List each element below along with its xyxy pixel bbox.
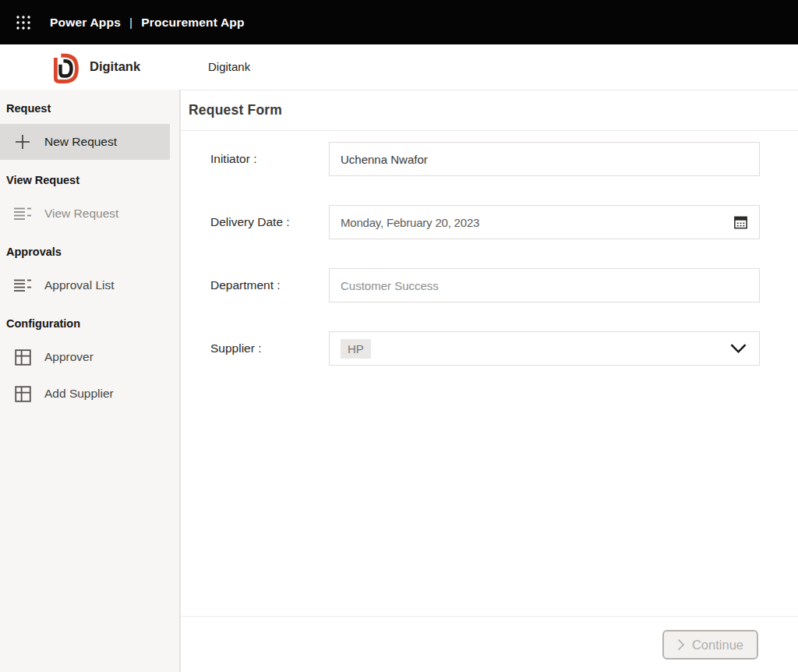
department-input[interactable]: Customer Success [329, 268, 760, 302]
request-form-panel: Request Form Initiator : Uchenna Nwafor … [181, 90, 798, 672]
sidebar-item-view-request[interactable]: View Request [0, 196, 170, 232]
sidebar-item-label: Add Supplier [44, 387, 114, 401]
delivery-date-row: Delivery Date : Monday, February 20, 202… [210, 205, 760, 239]
sidebar-item-label: Approver [44, 350, 94, 364]
form-empty-space [181, 394, 798, 616]
continue-button[interactable]: Continue [662, 630, 758, 660]
list-icon [13, 278, 32, 293]
nav-section-approvals: Approvals [0, 241, 179, 267]
supplier-row: Supplier : HP [210, 331, 760, 366]
sidebar-item-label: Approval List [44, 278, 115, 292]
form-footer: Continue [181, 616, 798, 660]
supplier-label: Supplier : [210, 341, 329, 355]
table-icon [13, 349, 32, 366]
supplier-combobox[interactable]: HP [329, 331, 760, 366]
sidebar-item-new-request[interactable]: New Request [0, 124, 170, 160]
department-label: Department : [210, 278, 329, 292]
calendar-icon[interactable] [733, 214, 749, 231]
sidebar-item-add-supplier[interactable]: Add Supplier [0, 376, 170, 412]
supplier-selected-chip[interactable]: HP [341, 339, 371, 359]
content-area: Request New Request View Request Vi [0, 90, 798, 672]
continue-button-label: Continue [692, 638, 743, 653]
powerapps-header-bar: Power Apps | Procurement App [0, 0, 798, 44]
department-row: Department : Customer Success [210, 268, 760, 302]
title-separator: | [129, 16, 132, 30]
department-value: Customer Success [341, 279, 439, 292]
waffle-menu-icon[interactable] [13, 12, 34, 33]
chevron-down-icon[interactable] [730, 344, 747, 354]
topbar-title: Power Apps | Procurement App [50, 16, 245, 30]
nav-section-view-request: View Request [0, 169, 179, 196]
list-icon [13, 207, 32, 221]
chevron-right-icon [677, 638, 685, 651]
form-header: Request Form [181, 90, 798, 131]
initiator-row: Initiator : Uchenna Nwafor [210, 142, 760, 176]
brand-header: Digitank Digitank [0, 44, 798, 90]
powerapps-label[interactable]: Power Apps [50, 16, 121, 30]
brand-company-name: Digitank [90, 59, 140, 74]
sidebar-item-approval-list[interactable]: Approval List [0, 267, 170, 303]
initiator-value: Uchenna Nwafor [341, 153, 428, 166]
sidebar-item-label: New Request [44, 135, 117, 149]
form-body: Initiator : Uchenna Nwafor Delivery Date… [181, 131, 798, 394]
initiator-label: Initiator : [210, 152, 329, 166]
delivery-date-value: Monday, February 20, 2023 [341, 216, 479, 229]
nav-section-configuration: Configuration [0, 313, 179, 339]
waffle-grid-glyph [15, 14, 32, 31]
digitank-logo-icon [47, 51, 79, 87]
app-title-label: Procurement App [141, 16, 244, 30]
navigation-sidebar: Request New Request View Request Vi [0, 90, 181, 672]
app-window: Power Apps | Procurement App Digitank Di… [0, 0, 798, 672]
delivery-date-label: Delivery Date : [210, 215, 329, 229]
delivery-date-input[interactable]: Monday, February 20, 2023 [329, 205, 760, 239]
sidebar-item-approver[interactable]: Approver [0, 339, 170, 375]
initiator-input[interactable]: Uchenna Nwafor [329, 142, 760, 176]
form-title: Request Form [189, 102, 282, 118]
sidebar-item-label: View Request [44, 207, 118, 221]
nav-section-request: Request [0, 97, 179, 124]
screen-title: Digitank [208, 60, 250, 73]
table-icon [13, 386, 32, 402]
plus-icon [13, 133, 32, 150]
